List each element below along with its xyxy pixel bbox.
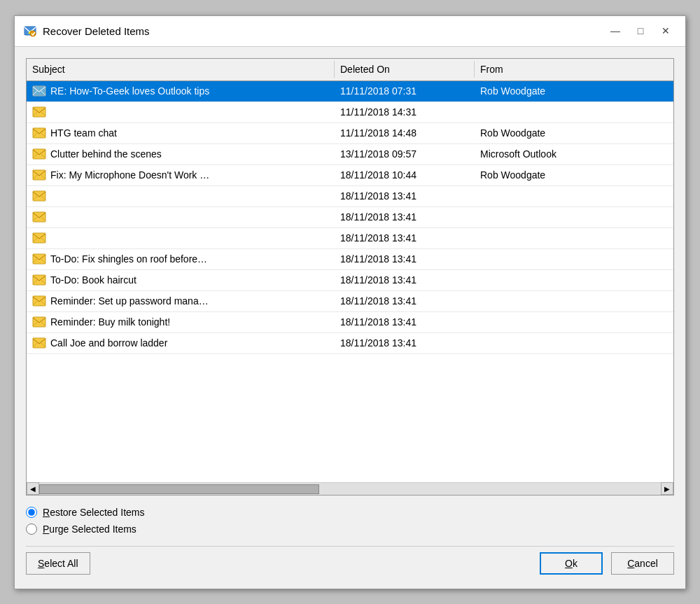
subject-text: Reminder: Buy milk tonight! — [50, 316, 170, 328]
header-from: From — [475, 61, 673, 78]
scroll-track[interactable] — [39, 483, 661, 495]
email-icon — [32, 295, 46, 307]
list-header: Subject Deleted On From — [27, 59, 673, 81]
row-deleted-cell: 18/11/2018 13:41 — [335, 209, 475, 225]
footer-right: Ok Cancel — [540, 552, 674, 575]
row-from-cell — [475, 340, 673, 346]
email-icon — [32, 148, 46, 160]
row-deleted-cell: 18/11/2018 13:41 — [335, 335, 475, 351]
email-icon — [32, 337, 46, 349]
title-bar: Recover Deleted Items — □ ✕ — [15, 16, 685, 47]
scroll-left-button[interactable]: ◀ — [27, 482, 39, 495]
header-subject: Subject — [27, 61, 335, 78]
row-subject-cell: To-Do: Book haircut — [27, 272, 335, 288]
table-row[interactable]: To-Do: Book haircut 18/11/2018 13:41 — [27, 270, 673, 291]
scroll-thumb[interactable] — [39, 484, 319, 494]
row-deleted-cell: 18/11/2018 10:44 — [335, 167, 475, 183]
table-row[interactable]: Reminder: Set up password mana… 18/11/20… — [27, 291, 673, 312]
svg-rect-4 — [33, 128, 46, 138]
table-row[interactable]: 11/11/2018 14:31 — [27, 102, 673, 123]
svg-rect-11 — [33, 275, 46, 285]
email-icon — [32, 211, 46, 223]
dialog-body: Subject Deleted On From RE: How-To-Geek … — [15, 47, 685, 589]
subject-text: RE: How-To-Geek loves Outlook tips — [50, 85, 209, 97]
row-from-cell — [475, 319, 673, 325]
table-row[interactable]: 18/11/2018 13:41 — [27, 228, 673, 249]
email-icon — [32, 253, 46, 265]
row-from-cell — [475, 235, 673, 241]
row-subject-cell: HTG team chat — [27, 125, 335, 141]
row-from-cell: Rob Woodgate — [475, 125, 673, 141]
table-row[interactable]: HTG team chat 11/11/2018 14:48 Rob Woodg… — [27, 123, 673, 144]
email-icon — [32, 106, 46, 118]
restore-option[interactable]: Restore Selected Items — [26, 507, 674, 518]
row-from-cell — [475, 214, 673, 220]
email-icon — [32, 85, 46, 97]
header-deleted-on: Deleted On — [335, 61, 475, 78]
purge-radio[interactable] — [26, 524, 37, 535]
svg-rect-12 — [33, 296, 46, 306]
row-subject-cell: To-Do: Fix shingles on roof before… — [27, 251, 335, 267]
row-from-cell — [475, 277, 673, 283]
table-row[interactable]: Reminder: Buy milk tonight! 18/11/2018 1… — [27, 312, 673, 333]
table-row[interactable]: To-Do: Fix shingles on roof before… 18/1… — [27, 249, 673, 270]
table-row[interactable]: Call Joe and borrow ladder 18/11/2018 13… — [27, 333, 673, 354]
email-icon — [32, 169, 46, 181]
row-deleted-cell: 18/11/2018 13:41 — [335, 230, 475, 246]
email-icon — [32, 190, 46, 202]
email-icon — [32, 232, 46, 244]
cancel-button[interactable]: Cancel — [611, 552, 674, 575]
purge-option[interactable]: Purge Selected Items — [26, 524, 674, 535]
table-row[interactable]: 18/11/2018 13:41 — [27, 207, 673, 228]
subject-text: Reminder: Set up password mana… — [50, 295, 209, 307]
row-subject-cell: Call Joe and borrow ladder — [27, 335, 335, 351]
table-row[interactable]: 18/11/2018 13:41 — [27, 186, 673, 207]
horizontal-scrollbar[interactable]: ◀ ▶ — [27, 482, 673, 495]
svg-rect-3 — [33, 107, 46, 117]
restore-radio[interactable] — [26, 507, 37, 518]
row-from-cell: Rob Woodgate — [475, 167, 673, 183]
row-subject-cell: Clutter behind the scenes — [27, 146, 335, 162]
subject-text: To-Do: Book haircut — [50, 274, 136, 286]
subject-text: Clutter behind the scenes — [50, 148, 162, 160]
window-controls: — □ ✕ — [604, 21, 677, 41]
scroll-right-button[interactable]: ▶ — [661, 482, 673, 495]
row-deleted-cell: 13/11/2018 09:57 — [335, 146, 475, 162]
footer-left: Select All — [26, 552, 90, 575]
row-deleted-cell: 11/11/2018 07:31 — [335, 83, 475, 99]
list-scroll-area[interactable]: RE: How-To-Geek loves Outlook tips 11/11… — [27, 81, 673, 482]
row-from-cell: Rob Woodgate — [475, 83, 673, 99]
email-icon — [32, 316, 46, 328]
svg-rect-9 — [33, 233, 46, 243]
list-body-wrapper: RE: How-To-Geek loves Outlook tips 11/11… — [27, 81, 673, 482]
minimize-button[interactable]: — — [604, 21, 626, 41]
row-deleted-cell: 18/11/2018 13:41 — [335, 293, 475, 309]
subject-text: Call Joe and borrow ladder — [50, 337, 167, 349]
row-subject-cell — [27, 188, 335, 204]
table-row[interactable]: Clutter behind the scenes 13/11/2018 09:… — [27, 144, 673, 165]
dialog-icon — [23, 24, 37, 38]
maximize-button[interactable]: □ — [629, 21, 652, 41]
row-from-cell: Microsoft Outlook — [475, 146, 673, 162]
dialog-footer: Select All Ok Cancel — [26, 546, 674, 577]
row-deleted-cell: 11/11/2018 14:31 — [335, 104, 475, 120]
select-all-button[interactable]: Select All — [26, 552, 90, 575]
purge-label: Purge Selected Items — [43, 524, 136, 535]
row-subject-cell — [27, 230, 335, 246]
restore-label: Restore Selected Items — [43, 507, 145, 518]
row-subject-cell: Fix: My Microphone Doesn't Work … — [27, 167, 335, 183]
row-deleted-cell: 18/11/2018 13:41 — [335, 251, 475, 267]
ok-button[interactable]: Ok — [540, 552, 603, 575]
svg-rect-13 — [33, 317, 46, 327]
recover-deleted-items-dialog: Recover Deleted Items — □ ✕ Subject Dele… — [14, 15, 686, 589]
subject-text: Fix: My Microphone Doesn't Work … — [50, 169, 209, 181]
svg-rect-5 — [33, 149, 46, 159]
close-button[interactable]: ✕ — [654, 21, 677, 41]
table-row[interactable]: Fix: My Microphone Doesn't Work … 18/11/… — [27, 165, 673, 186]
items-list-container: Subject Deleted On From RE: How-To-Geek … — [26, 58, 674, 496]
table-row[interactable]: RE: How-To-Geek loves Outlook tips 11/11… — [27, 81, 673, 102]
row-from-cell — [475, 109, 673, 115]
ok-label: Ok — [565, 558, 578, 569]
row-subject-cell: Reminder: Set up password mana… — [27, 293, 335, 309]
select-all-label: Select All — [38, 558, 78, 569]
